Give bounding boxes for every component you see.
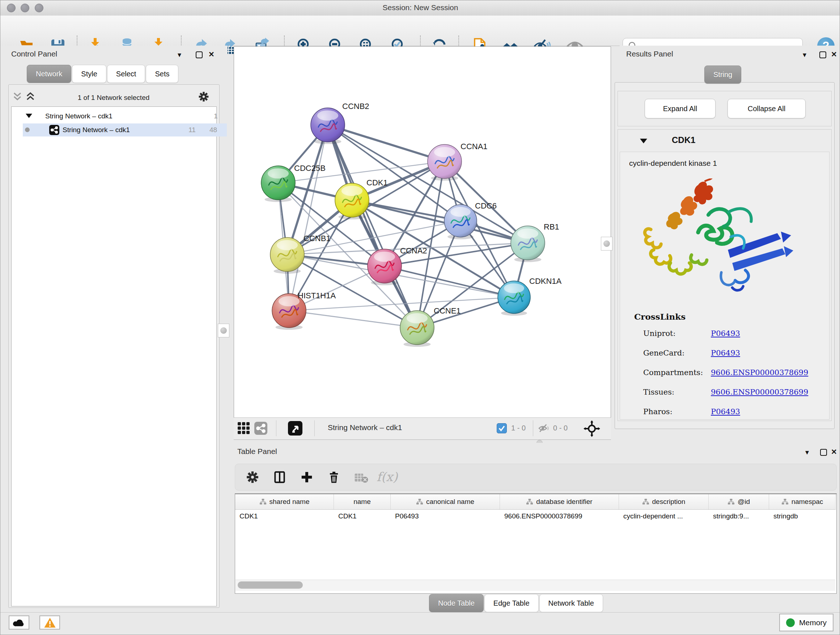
gene-description: cyclin-dependent kinase 1	[629, 159, 717, 168]
column-type-icon	[642, 499, 649, 505]
table-row[interactable]: CDK1CDK1P064939606.ENSP00000378699cyclin…	[235, 509, 836, 524]
tab-node-table[interactable]: Node Table	[429, 594, 484, 612]
collection-expander-icon[interactable]	[26, 114, 32, 118]
cell-canonical-name[interactable]: P06493	[391, 509, 500, 524]
network-collection-row[interactable]: String Network – cdk1 1	[23, 110, 227, 123]
panel-menu-icon[interactable]: ▾	[803, 51, 806, 59]
crosslink-row: Tissues:9606.ENSP00000378699	[643, 388, 824, 399]
column-header-@id[interactable]: @id	[709, 494, 769, 509]
cell-name[interactable]: CDK1	[334, 509, 391, 524]
crosslink-row: Compartments:9606.ENSP00000378699	[643, 368, 824, 379]
memory-button[interactable]: Memory	[779, 614, 834, 631]
network-birdseye-icon[interactable]	[254, 422, 267, 435]
crosslink-row: Pharos:P06493	[643, 407, 824, 418]
node-label-HIST1H1A: HIST1H1A	[298, 291, 336, 300]
network-node-CCNE1[interactable]: CCNE1	[400, 306, 461, 347]
scrollbar-thumb[interactable]	[238, 581, 303, 589]
selected-count-badge: 1 - 0	[511, 424, 526, 432]
tab-edge-table[interactable]: Edge Table	[485, 594, 538, 612]
network-edge-CCNB2-CCNE1[interactable]	[328, 125, 417, 328]
network-edge-CCNB2-CCNA1[interactable]	[328, 125, 445, 162]
tab-sets[interactable]: Sets	[146, 65, 178, 83]
hidden-count-badge: 0 - 0	[553, 424, 568, 432]
right-splitter-handle[interactable]	[601, 237, 613, 250]
collapse-all-button[interactable]: Collapse All	[728, 99, 806, 119]
collection-count: 1	[214, 112, 218, 120]
close-panel-icon[interactable]: ✕	[831, 448, 837, 456]
cell-namespac[interactable]: stringdb	[769, 509, 836, 524]
add-column-icon[interactable]	[300, 470, 314, 484]
network-view-title: String Network – cdk1	[328, 423, 402, 432]
node-label-RB1: RB1	[544, 222, 559, 231]
table-horizontal-scrollbar[interactable]	[235, 580, 835, 591]
crosslink-pharos-link[interactable]: P06493	[711, 407, 740, 416]
network-node-CDK1[interactable]: CDK1	[335, 178, 388, 219]
gene-section-expander-icon[interactable]	[640, 139, 647, 143]
column-header-label: canonical name	[426, 498, 474, 506]
float-panel-icon[interactable]	[819, 51, 826, 58]
delete-column-trash-icon[interactable]	[327, 470, 341, 484]
panel-menu-icon[interactable]: ▾	[805, 448, 809, 456]
node-label-CCNB2: CCNB2	[342, 102, 369, 111]
cell-description[interactable]: cyclin-dependent ...	[619, 509, 709, 524]
column-header-label: database identifier	[536, 498, 592, 506]
table-type-tabs: Node TableEdge TableNetwork Table	[429, 594, 604, 611]
tab-string[interactable]: String	[704, 65, 741, 84]
crosslink-uniprot-link[interactable]: P06493	[711, 329, 740, 338]
crosslink-genecard-link[interactable]: P06493	[711, 348, 740, 357]
tab-network[interactable]: Network	[27, 65, 71, 83]
statusbar-separator	[276, 420, 276, 436]
cell-@id[interactable]: stringdb:9...	[709, 509, 769, 524]
left-splitter-handle[interactable]	[218, 324, 229, 337]
column-header-label: description	[652, 498, 685, 506]
network-row-selected[interactable]: String Network – cdk1 11 48	[23, 124, 227, 136]
network-node-RB1[interactable]: RB1	[511, 222, 559, 262]
network-node-HIST1H1A[interactable]: HIST1H1A	[272, 291, 336, 330]
protein-structure-image	[637, 179, 801, 306]
cloud-status-button[interactable]	[9, 616, 29, 630]
network-node-CCNB2[interactable]: CCNB2	[311, 102, 369, 144]
grid-view-icon[interactable]	[237, 422, 250, 435]
network-edge-HIST1H1A-CCNE1[interactable]	[289, 310, 417, 328]
tab-select[interactable]: Select	[107, 65, 145, 83]
selected-checkbox-icon[interactable]	[497, 423, 507, 433]
crosslink-tissues-link[interactable]: 9606.ENSP00000378699	[711, 388, 808, 396]
cloud-icon	[13, 618, 26, 627]
float-panel-icon[interactable]	[196, 51, 202, 58]
network-tree: String Network – cdk1 1 String Network –…	[11, 106, 217, 606]
column-header-description[interactable]: description	[619, 494, 709, 509]
float-panel-icon[interactable]	[820, 449, 827, 456]
fit-content-crosshair-icon[interactable]	[584, 420, 600, 437]
close-panel-icon[interactable]: ✕	[208, 50, 215, 58]
show-columns-icon[interactable]	[273, 470, 286, 484]
column-header-canonical-name[interactable]: canonical name	[391, 494, 500, 509]
memory-label: Memory	[799, 618, 827, 627]
statusbar-separator	[533, 420, 533, 436]
panel-menu-icon[interactable]: ▾	[178, 51, 181, 59]
table-toolbar	[235, 464, 837, 491]
expand-all-button[interactable]: Expand All	[645, 99, 715, 119]
hidden-eye-slash-icon[interactable]	[538, 423, 550, 433]
column-header-label: shared name	[270, 498, 309, 506]
close-panel-icon[interactable]: ✕	[831, 50, 837, 58]
column-header-shared-name[interactable]: shared name	[235, 494, 334, 509]
tab-style[interactable]: Style	[72, 65, 106, 83]
control-panel-tabs: NetworkStyleSelectSets	[27, 65, 179, 82]
cell-database-identifier[interactable]: 9606.ENSP00000378699	[500, 509, 619, 524]
column-header-name[interactable]: name	[334, 494, 391, 509]
tab-network-table[interactable]: Network Table	[539, 594, 603, 612]
open-in-window-icon[interactable]	[288, 421, 302, 435]
gear-icon[interactable]	[198, 91, 210, 103]
network-node-CDKN1A[interactable]: CDKN1A	[498, 277, 562, 316]
column-header-database-identifier[interactable]: database identifier	[500, 494, 619, 509]
node-label-CDC25B: CDC25B	[294, 164, 325, 173]
column-type-icon	[782, 499, 789, 505]
crosslink-compartments-link[interactable]: 9606.ENSP00000378699	[711, 368, 808, 377]
table-settings-gear-icon[interactable]	[246, 470, 259, 484]
warning-icon	[44, 617, 56, 628]
results-panel-title: Results Panel	[626, 50, 673, 58]
column-type-icon	[259, 499, 267, 505]
cell-shared-name[interactable]: CDK1	[235, 509, 334, 524]
warning-status-button[interactable]	[39, 616, 60, 630]
column-header-namespac[interactable]: namespac	[769, 494, 836, 509]
